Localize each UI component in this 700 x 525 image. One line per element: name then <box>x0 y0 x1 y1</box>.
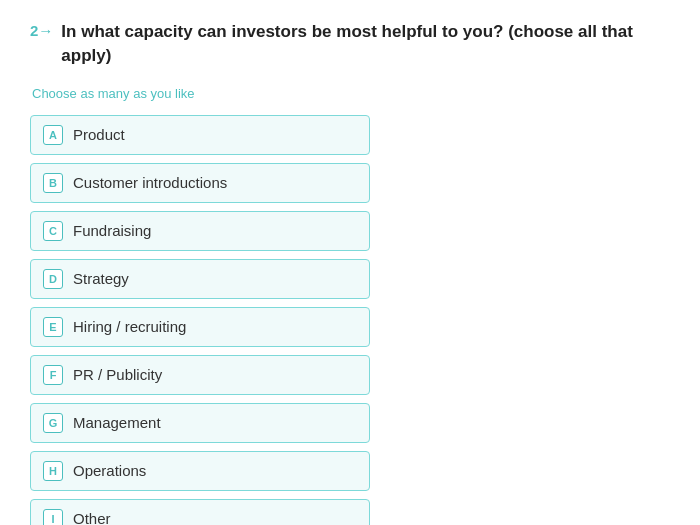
instruction-text: Choose as many as you like <box>32 86 670 101</box>
question-text: In what capacity can investors be most h… <box>61 20 670 68</box>
question-header: 2→ In what capacity can investors be mos… <box>30 20 670 68</box>
option-item-c[interactable]: CFundraising <box>30 211 370 251</box>
option-key-e: E <box>43 317 63 337</box>
options-list: AProductBCustomer introductionsCFundrais… <box>30 115 370 525</box>
option-label-f: PR / Publicity <box>73 366 162 383</box>
option-key-i: I <box>43 509 63 525</box>
option-key-c: C <box>43 221 63 241</box>
option-key-f: F <box>43 365 63 385</box>
option-item-a[interactable]: AProduct <box>30 115 370 155</box>
option-label-i: Other <box>73 510 111 525</box>
option-item-b[interactable]: BCustomer introductions <box>30 163 370 203</box>
option-item-i[interactable]: IOther <box>30 499 370 525</box>
option-item-f[interactable]: FPR / Publicity <box>30 355 370 395</box>
option-key-a: A <box>43 125 63 145</box>
option-item-h[interactable]: HOperations <box>30 451 370 491</box>
option-item-d[interactable]: DStrategy <box>30 259 370 299</box>
question-number: 2→ <box>30 20 53 39</box>
option-label-d: Strategy <box>73 270 129 287</box>
option-item-e[interactable]: EHiring / recruiting <box>30 307 370 347</box>
option-key-b: B <box>43 173 63 193</box>
option-key-h: H <box>43 461 63 481</box>
option-key-g: G <box>43 413 63 433</box>
option-label-g: Management <box>73 414 161 431</box>
option-label-a: Product <box>73 126 125 143</box>
option-label-c: Fundraising <box>73 222 151 239</box>
option-label-h: Operations <box>73 462 146 479</box>
option-label-b: Customer introductions <box>73 174 227 191</box>
option-item-g[interactable]: GManagement <box>30 403 370 443</box>
option-label-e: Hiring / recruiting <box>73 318 186 335</box>
option-key-d: D <box>43 269 63 289</box>
